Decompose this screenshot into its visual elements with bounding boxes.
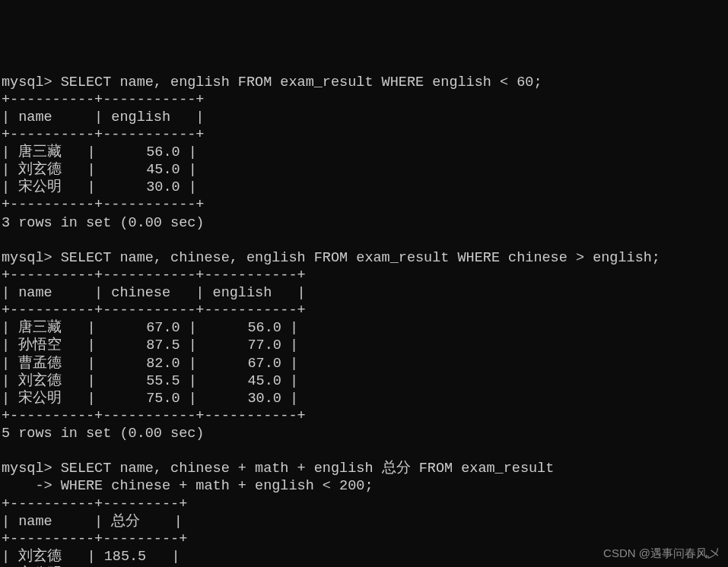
watermark-text: CSDN @遇事问春风乄 <box>603 546 719 561</box>
terminal-output[interactable]: mysql> SELECT name, english FROM exam_re… <box>2 74 726 568</box>
